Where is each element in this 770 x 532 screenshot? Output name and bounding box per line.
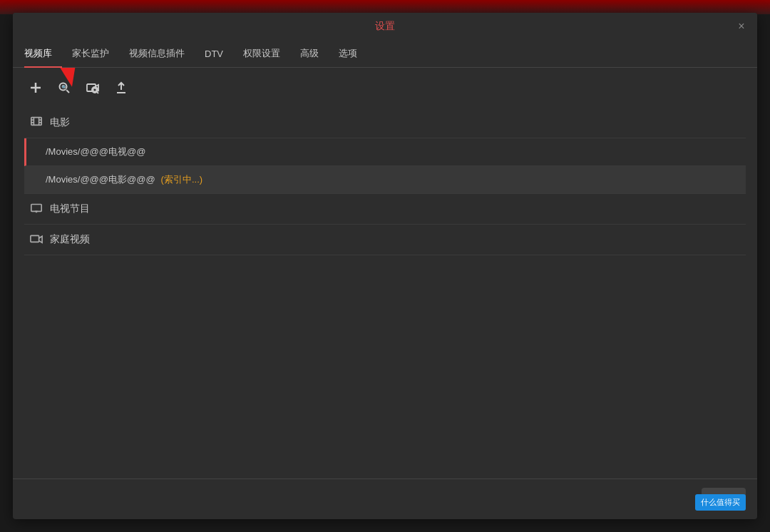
svg-rect-18 — [31, 205, 41, 212]
upload-icon — [114, 81, 128, 95]
path-row-1-wrapper: /Movies/@@@电视@@ — [24, 138, 746, 166]
path-row-2[interactable]: /Movies/@@@电影@@@ (索引中...) — [24, 166, 746, 194]
watermark: 什么值得买 — [695, 494, 746, 511]
tv-label: 电视节目 — [50, 203, 90, 215]
tab-plugin[interactable]: 视频信息插件 — [119, 40, 195, 67]
library-list: 电影 /Movies/@@@电视@@ /Movies/@@@电影@@@ (索引中… — [24, 108, 746, 470]
video-scan-button[interactable] — [81, 76, 104, 99]
tab-advanced[interactable]: 高级 — [290, 40, 329, 67]
tab-parental[interactable]: 家长监护 — [62, 40, 119, 67]
category-movies[interactable]: 电影 — [24, 108, 746, 138]
tab-bar: 视频库 家长监护 视频信息插件 DTV 权限设置 高级 选项 — [13, 40, 757, 68]
category-tv[interactable]: 电视节目 — [24, 194, 746, 225]
search-button[interactable]: 🔍 — [53, 76, 76, 99]
path-2-text: /Movies/@@@电影@@@ — [46, 173, 155, 186]
footer: 取消 什么值得买 — [13, 479, 757, 519]
dialog-title: 设置 — [375, 20, 395, 33]
path-row-1[interactable]: /Movies/@@@电视@@ — [24, 138, 746, 166]
svg-text:🔍: 🔍 — [61, 84, 68, 91]
plus-icon — [29, 81, 43, 95]
path-1-text: /Movies/@@@电视@@ — [46, 145, 145, 158]
close-button[interactable]: × — [734, 19, 749, 34]
tab-dtv[interactable]: DTV — [195, 41, 233, 66]
tab-permissions[interactable]: 权限设置 — [233, 40, 290, 67]
settings-dialog: 设置 × 视频库 家长监护 视频信息插件 DTV 权限设置 高级 选项 — [13, 13, 757, 519]
video-scan-icon — [86, 81, 100, 95]
tv-icon — [30, 201, 43, 217]
tab-options[interactable]: 选项 — [329, 40, 367, 67]
tab-library[interactable]: 视频库 — [24, 40, 62, 67]
add-button[interactable] — [24, 76, 47, 99]
svg-rect-21 — [31, 235, 39, 242]
title-bar: 设置 × — [13, 13, 757, 40]
home-video-label: 家庭视频 — [50, 233, 90, 246]
upload-button[interactable] — [110, 76, 133, 99]
toolbar: 🔍 — [24, 76, 746, 99]
movies-label: 电影 — [50, 116, 70, 129]
search-icon: 🔍 — [57, 81, 71, 95]
svg-line-8 — [97, 92, 98, 93]
indexing-status: (索引中...) — [161, 173, 203, 186]
category-home-video[interactable]: 家庭视频 — [24, 225, 746, 255]
camera-icon — [30, 232, 43, 247]
film-icon — [30, 115, 43, 131]
svg-line-3 — [66, 90, 69, 93]
content-area: 🔍 — [13, 68, 757, 479]
svg-rect-11 — [31, 118, 41, 126]
